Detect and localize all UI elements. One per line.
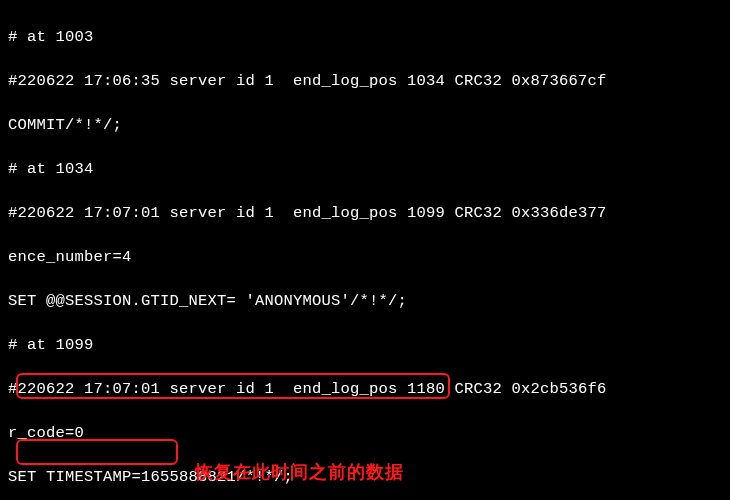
- log-line: ence_number=4: [8, 246, 722, 268]
- log-line: # at 1003: [8, 26, 722, 48]
- log-line: #220622 17:07:01 server id 1 end_log_pos…: [8, 378, 722, 400]
- log-line: COMMIT/*!*/;: [8, 114, 722, 136]
- log-line: SET @@SESSION.GTID_NEXT= 'ANONYMOUS'/*!*…: [8, 290, 722, 312]
- annotation-text: 恢复在此时间之前的数据: [195, 461, 404, 483]
- log-line: r_code=0: [8, 422, 722, 444]
- log-line: #220622 17:06:35 server id 1 end_log_pos…: [8, 70, 722, 92]
- log-line: # at 1099: [8, 334, 722, 356]
- terminal-output: # at 1003 #220622 17:06:35 server id 1 e…: [0, 0, 730, 500]
- log-line: # at 1034: [8, 158, 722, 180]
- log-line: #220622 17:07:01 server id 1 end_log_pos…: [8, 202, 722, 224]
